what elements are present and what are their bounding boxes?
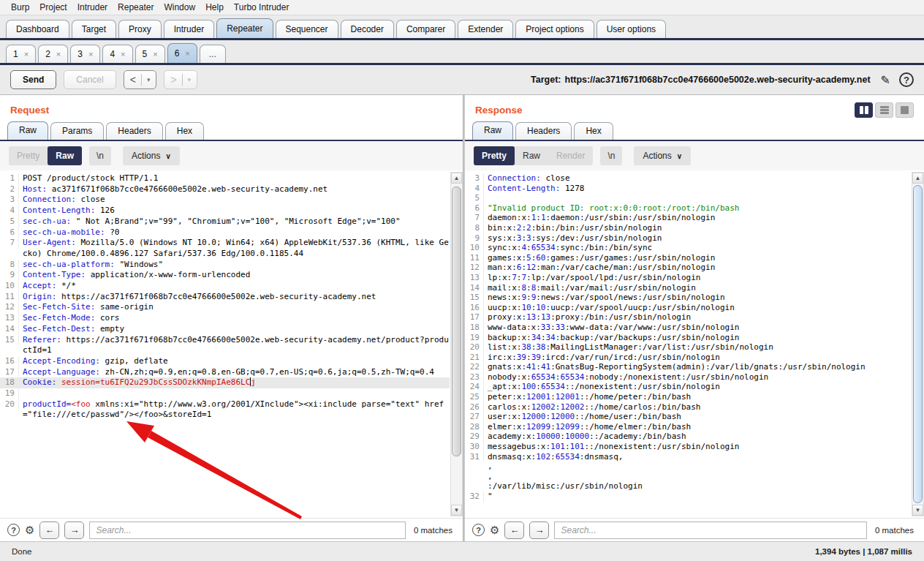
- code-line[interactable]: 24_apt:x:100:65534::/nonexistent:/usr/sb…: [465, 382, 911, 392]
- chevron-down-icon[interactable]: ▾: [147, 76, 151, 83]
- request-scrollbar[interactable]: ▲ ▼: [450, 172, 463, 516]
- request-pretty-toggle[interactable]: Pretty: [9, 146, 48, 165]
- code-line[interactable]: 4Content-Length: 126: [0, 206, 450, 217]
- code-line[interactable]: 7User-Agent: Mozilla/5.0 (Windows NT 10.…: [0, 238, 450, 259]
- layout-columns-button[interactable]: [855, 102, 873, 118]
- repeater-tab-6[interactable]: 6×: [167, 43, 197, 63]
- close-icon[interactable]: ×: [153, 50, 157, 59]
- code-line[interactable]: 14Sec-Fetch-Dest: empty: [0, 324, 450, 335]
- next-match-button[interactable]: →: [529, 522, 549, 539]
- response-tab-raw[interactable]: Raw: [472, 121, 513, 140]
- code-line[interactable]: 23nobody:x:65534:65534:nobody:/nonexiste…: [465, 372, 911, 383]
- close-icon[interactable]: ×: [121, 50, 125, 59]
- search-help-icon[interactable]: ?: [7, 524, 20, 536]
- request-search-input[interactable]: [89, 522, 405, 539]
- cancel-button[interactable]: Cancel: [64, 70, 116, 89]
- code-line[interactable]: 3Connection: close: [465, 173, 911, 184]
- close-icon[interactable]: ×: [56, 50, 61, 59]
- repeater-tab-5[interactable]: 5×: [135, 45, 165, 63]
- repeater-tab-2[interactable]: 2×: [38, 45, 68, 63]
- response-scrollbar[interactable]: ▲ ▼: [912, 172, 924, 516]
- code-line[interactable]: 13Sec-Fetch-Mode: cors: [0, 313, 450, 324]
- code-line[interactable]: 14mail:x:8:8:mail:/var/mail:/usr/sbin/no…: [465, 283, 911, 293]
- prev-match-button[interactable]: ←: [39, 522, 59, 539]
- code-line[interactable]: 18Cookie: session=tu6IFQ2u29JbCssSDOzkKN…: [0, 377, 450, 388]
- layout-single-button[interactable]: [895, 102, 914, 118]
- repeater-tab-1[interactable]: 1×: [6, 45, 36, 63]
- code-line[interactable]: 17Accept-Language: zh-CN,zh;q=0.9,en;q=0…: [0, 367, 450, 378]
- code-line[interactable]: 1POST /product/stock HTTP/1.1: [0, 173, 450, 184]
- scroll-up-icon[interactable]: ▲: [451, 173, 462, 184]
- close-icon[interactable]: ×: [185, 49, 189, 58]
- code-line[interactable]: 7daemon:x:1:1:daemon:/usr/sbin:/usr/sbin…: [465, 213, 911, 223]
- search-settings-gear-icon[interactable]: ⚙: [490, 524, 499, 537]
- scrollbar-track[interactable]: [912, 184, 923, 505]
- tab-dashboard[interactable]: Dashboard: [6, 20, 69, 38]
- code-line[interactable]: 8sec-ch-ua-platform: "Windows": [0, 260, 450, 271]
- actions-button[interactable]: Actions ∨: [634, 146, 691, 165]
- response-render-toggle[interactable]: Render: [548, 146, 593, 165]
- code-line[interactable]: 3Connection: close: [0, 195, 450, 206]
- edit-target-icon[interactable]: ✎: [881, 73, 890, 87]
- linebreak-toggle-button[interactable]: \n: [600, 146, 622, 165]
- search-settings-gear-icon[interactable]: ⚙: [25, 524, 34, 537]
- tab-target[interactable]: Target: [72, 20, 116, 38]
- code-line[interactable]: 13lp:x:7:7:lp:/var/spool/lpd:/usr/sbin/n…: [465, 273, 911, 283]
- request-tab-raw[interactable]: Raw: [7, 121, 48, 140]
- response-raw-toggle[interactable]: Raw: [515, 146, 548, 165]
- tab-proxy[interactable]: Proxy: [118, 20, 162, 38]
- scrollbar-thumb[interactable]: [913, 185, 923, 503]
- repeater-tab-3[interactable]: 3×: [70, 45, 100, 63]
- code-line[interactable]: 20list:x:38:38:MailingListManager:/var/l…: [465, 342, 911, 353]
- code-line[interactable]: 17proxy:x:13:13:proxy:/bin:/usr/sbin/nol…: [465, 312, 911, 323]
- response-tab-hex[interactable]: Hex: [574, 122, 613, 140]
- actions-button[interactable]: Actions ∨: [123, 146, 180, 165]
- scroll-down-icon[interactable]: ▼: [912, 505, 923, 516]
- code-line[interactable]: 15news:x:9:9:news:/var/spool/news:/usr/s…: [465, 293, 911, 303]
- code-line[interactable]: ,: [465, 462, 911, 472]
- response-search-input[interactable]: [554, 522, 866, 539]
- code-line[interactable]: 30messagebus:x:101:101::/nonexistent:/us…: [465, 442, 911, 452]
- code-line[interactable]: 31dnsmasq:x:102:65534:dnsmasq,: [465, 452, 911, 462]
- code-line[interactable]: 6"Invalid product ID: root:x:0:0:root:/r…: [465, 203, 911, 214]
- code-line[interactable]: :/var/lib/misc:/usr/sbin/nologin: [465, 481, 911, 492]
- code-line[interactable]: 18www-data:x:33:33:www-data:/var/www:/us…: [465, 323, 911, 333]
- scrollbar-track[interactable]: [451, 184, 462, 505]
- menu-item-turbo-intruder[interactable]: Turbo Intruder: [229, 2, 295, 12]
- code-line[interactable]: 10Accept: */*: [0, 281, 450, 292]
- code-line[interactable]: 25peter:x:12001:12001::/home/peter:/bin/…: [465, 392, 911, 402]
- repeater-tab-overflow[interactable]: ...: [200, 45, 226, 63]
- close-icon[interactable]: ×: [24, 50, 29, 59]
- history-back-button[interactable]: < ▾: [124, 70, 157, 89]
- request-tab-params[interactable]: Params: [50, 122, 104, 140]
- next-match-button[interactable]: →: [64, 522, 84, 539]
- menu-item-repeater[interactable]: Repeater: [113, 2, 159, 12]
- tab-extender[interactable]: Extender: [458, 20, 513, 38]
- close-icon[interactable]: ×: [88, 50, 93, 59]
- repeater-tab-4[interactable]: 4×: [102, 45, 132, 63]
- code-line[interactable]: 2Host: ac371f671f068b7cc0e4766600e5002e.…: [0, 184, 450, 195]
- code-line[interactable]: 9sys:x:3:3:sys:/dev:/usr/sbin/nologin: [465, 233, 911, 244]
- scroll-down-icon[interactable]: ▼: [451, 505, 462, 516]
- tab-project-options[interactable]: Project options: [515, 20, 594, 38]
- menu-item-help[interactable]: Help: [200, 2, 229, 12]
- tab-intruder[interactable]: Intruder: [164, 20, 214, 38]
- code-line[interactable]: 11games:x:5:60:games:/usr/games:/usr/sbi…: [465, 253, 911, 263]
- layout-rows-button[interactable]: [875, 102, 893, 118]
- code-line[interactable]: 12man:x:6:12:man:/var/cache/man:/usr/sbi…: [465, 263, 911, 273]
- code-line[interactable]: 16uucp:x:10:10:uucp:/var/spool/uucp:/usr…: [465, 303, 911, 313]
- prev-match-button[interactable]: ←: [504, 522, 524, 539]
- tab-repeater[interactable]: Repeater: [216, 18, 273, 38]
- send-button[interactable]: Send: [10, 70, 56, 89]
- code-line[interactable]: 12Sec-Fetch-Site: same-origin: [0, 302, 450, 313]
- code-line[interactable]: 16Accept-Encoding: gzip, deflate: [0, 356, 450, 367]
- code-line[interactable]: 28elmer:x:12099:12099::/home/elmer:/bin/…: [465, 422, 911, 432]
- menu-item-project[interactable]: Project: [34, 2, 72, 12]
- request-raw-toggle[interactable]: Raw: [48, 146, 82, 165]
- code-line[interactable]: 10sync:x:4:65534:sync:/bin:/bin/sync: [465, 243, 911, 253]
- menu-item-intruder[interactable]: Intruder: [72, 2, 113, 12]
- code-line[interactable]: 4Content-Length: 1278: [465, 184, 911, 194]
- response-pretty-toggle[interactable]: Pretty: [474, 146, 515, 165]
- code-line[interactable]: 5sec-ch-ua: " Not A;Brand";v="99", "Chro…: [0, 217, 450, 227]
- code-line[interactable]: 22gnats:x:41:41:GnatsBug-ReportingSystem…: [465, 362, 911, 372]
